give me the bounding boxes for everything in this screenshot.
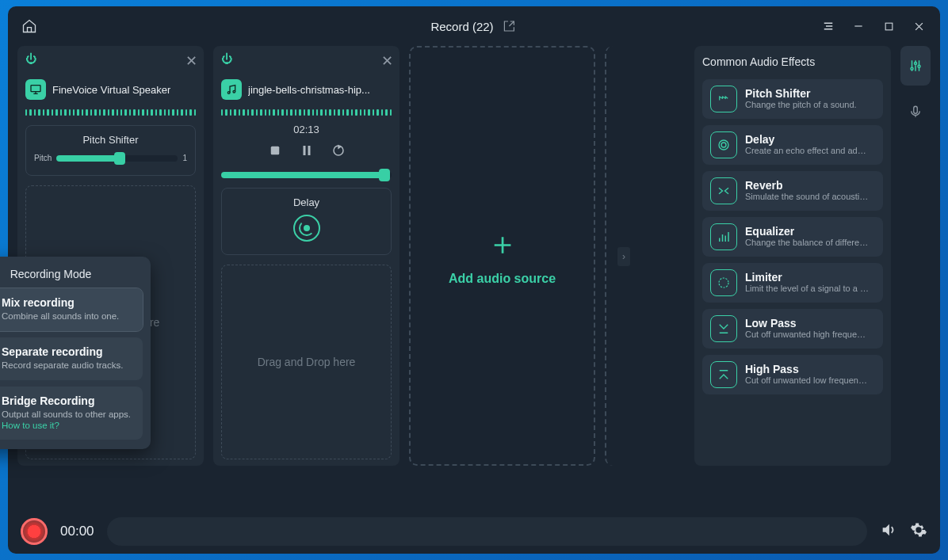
menu-button[interactable] xyxy=(816,14,840,38)
mode-layers[interactable]: Separate recordingRecord separate audio … xyxy=(0,337,143,380)
window-minimize[interactable] xyxy=(847,14,870,38)
delay-card: Delay xyxy=(221,188,392,255)
collapsed-slot: › xyxy=(605,46,622,466)
svg-point-3 xyxy=(233,90,235,93)
record-waveform xyxy=(107,517,867,546)
svg-rect-14 xyxy=(914,106,918,113)
close-track-1[interactable]: ✕ xyxy=(185,52,197,70)
volume-button[interactable] xyxy=(880,521,897,542)
microphone-button[interactable] xyxy=(900,92,931,131)
svg-rect-6 xyxy=(308,146,310,155)
mode-bridge[interactable]: Bridge RecordingOutput all sounds to oth… xyxy=(0,387,143,440)
svg-rect-1 xyxy=(31,86,40,92)
record-time: 00:00 xyxy=(60,524,94,539)
how-to-link[interactable]: How to use it? xyxy=(2,421,59,430)
settings-button[interactable] xyxy=(910,521,927,542)
recording-mode-popup: Recording Mode Mix recordingCombine all … xyxy=(0,257,151,449)
expand-chevron-icon[interactable]: › xyxy=(617,247,630,266)
page-title: Record (22) xyxy=(430,20,493,33)
level-meter-2 xyxy=(221,109,392,116)
mode-mix[interactable]: Mix recordingCombine all sounds into one… xyxy=(0,288,143,331)
track-time: 02:13 xyxy=(221,124,392,135)
svg-rect-0 xyxy=(885,23,893,30)
home-button[interactable] xyxy=(17,14,41,38)
window-maximize[interactable] xyxy=(877,14,900,38)
delay-icon xyxy=(710,131,737,158)
window-close[interactable] xyxy=(907,14,931,38)
close-track-2[interactable]: ✕ xyxy=(381,52,393,70)
sliders-button[interactable] xyxy=(900,46,931,86)
svg-rect-5 xyxy=(303,146,305,155)
lowpass-icon xyxy=(710,315,737,342)
pause-button[interactable] xyxy=(300,143,314,161)
plus-icon: ＋ xyxy=(485,226,520,261)
drop-zone-2[interactable]: Drag and Drop here xyxy=(221,265,392,459)
highpass-icon xyxy=(710,361,737,388)
svg-point-2 xyxy=(227,92,230,94)
power-icon[interactable]: ⏻ xyxy=(221,52,392,65)
svg-point-9 xyxy=(721,143,726,147)
svg-point-12 xyxy=(915,63,917,65)
effect-eq[interactable]: EqualizerChange the balance of different… xyxy=(702,217,883,257)
effect-lowpass[interactable]: Low PassCut off unwanted high frequencie… xyxy=(702,309,883,349)
effect-limiter[interactable]: LimiterLimit the level of a signal to a … xyxy=(702,263,883,303)
effects-panel: Common Audio Effects Pitch ShifterChange… xyxy=(694,46,891,466)
effects-title: Common Audio Effects xyxy=(702,55,883,68)
effect-pitch[interactable]: Pitch ShifterChange the pitch of a sound… xyxy=(702,79,883,119)
delay-icon xyxy=(293,215,320,242)
svg-point-11 xyxy=(911,67,913,70)
svg-point-8 xyxy=(719,140,728,150)
loop-button[interactable] xyxy=(331,143,346,161)
effect-highpass[interactable]: High PassCut off unwanted low frequencie… xyxy=(702,355,883,394)
record-button[interactable] xyxy=(21,518,48,545)
power-icon[interactable]: ⏻ xyxy=(25,52,196,65)
svg-rect-4 xyxy=(270,147,279,155)
stop-button[interactable] xyxy=(268,143,282,161)
svg-point-10 xyxy=(719,278,728,288)
external-link-icon[interactable] xyxy=(502,18,518,34)
audio-track-2: ⏻ ✕ jingle-bells-christmas-hip... 02:13 xyxy=(213,46,399,466)
limiter-icon xyxy=(710,269,737,296)
eq-icon xyxy=(710,223,737,250)
source-name-2: jingle-bells-christmas-hip... xyxy=(248,84,370,96)
pitch-slider[interactable] xyxy=(56,155,178,162)
pitch-icon xyxy=(710,86,737,112)
pitch-shifter-card: Pitch Shifter Pitch 1 xyxy=(25,125,196,176)
level-meter-1 xyxy=(25,109,196,116)
monitor-icon xyxy=(25,79,46,100)
svg-point-13 xyxy=(918,65,920,67)
reverb-icon xyxy=(710,177,737,204)
add-audio-source[interactable]: ＋ Add audio source xyxy=(409,46,595,466)
music-file-icon xyxy=(221,79,242,100)
progress-slider[interactable] xyxy=(221,172,392,178)
source-name-1: FineVoice Virtual Speaker xyxy=(52,84,170,96)
effect-delay[interactable]: DelayCreate an echo effect and add depth… xyxy=(702,125,883,165)
effect-reverb[interactable]: ReverbSimulate the sound of acoustic env… xyxy=(702,171,883,211)
